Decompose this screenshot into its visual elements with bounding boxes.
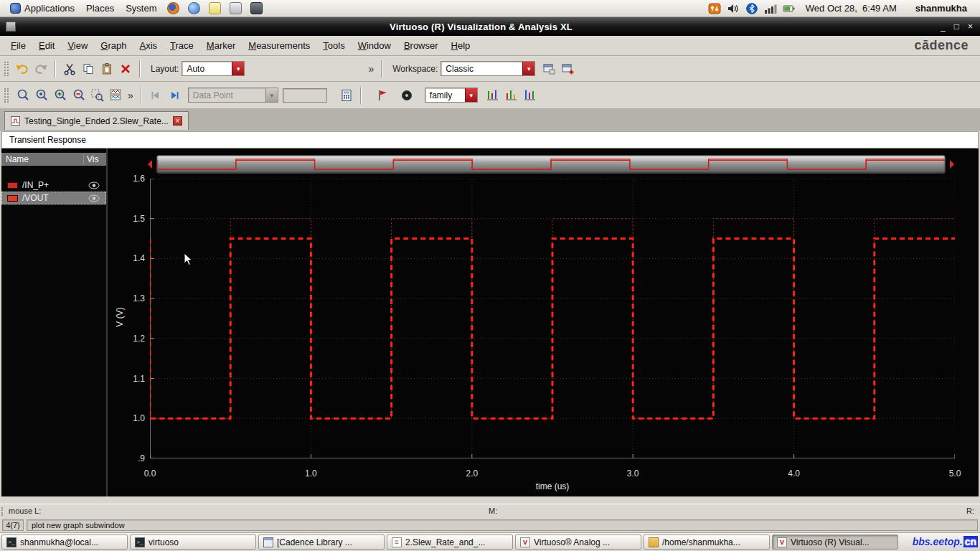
signal-row-in_p[interactable]: /IN_P+ [1, 179, 106, 192]
battery-icon[interactable] [783, 2, 796, 15]
taskbar-item[interactable]: virtuoso [130, 534, 256, 550]
visibility-eye-icon[interactable] [88, 194, 100, 202]
taskbar-item[interactable]: Virtuoso (R) Visual... [772, 534, 898, 550]
taskbar-item[interactable]: shanmukha@local... [1, 534, 128, 550]
strip-mode-button[interactable] [106, 86, 125, 105]
zoom-in-button[interactable] [50, 86, 69, 105]
menu-file[interactable]: File [4, 37, 32, 55]
web-browser-icon[interactable] [188, 2, 200, 14]
next-point-button[interactable] [165, 86, 184, 105]
network-icon[interactable] [708, 2, 721, 15]
taskbar-item[interactable]: /home/shanmukha... [644, 534, 770, 550]
window-titlebar[interactable]: Virtuoso (R) Visualization & Analysis XL… [0, 17, 980, 36]
zoom-box-button[interactable] [88, 86, 106, 105]
plot-area[interactable]: V (V) time (us) 1.61.51.41.31.21.11.0.90… [108, 149, 979, 496]
delete-button[interactable] [116, 60, 135, 78]
tab-transient-response[interactable]: Testing_Single_Ended 2.Slew_Rate... × [4, 111, 189, 130]
datapoint-value-input[interactable] [283, 88, 327, 103]
menu-browser[interactable]: Browser [397, 37, 445, 55]
menu-tools[interactable]: Tools [316, 37, 351, 55]
previous-point-button[interactable] [146, 86, 165, 105]
maximize-button[interactable]: □ [954, 22, 959, 32]
desktop-panel-menus: ApplicationsPlacesSystem [4, 1, 162, 15]
taskbar-item[interactable]: [Cadence Library ... [258, 534, 385, 550]
point-marker-button[interactable] [397, 86, 416, 105]
split-traces-button[interactable] [502, 86, 521, 105]
virtuoso-icon [520, 537, 530, 547]
package-icon[interactable] [230, 2, 242, 14]
dropdown-arrow-icon[interactable]: ▾ [232, 62, 244, 75]
copy-button[interactable] [79, 60, 98, 78]
panel-clock[interactable]: Wed Oct 28, 6:49 AM [801, 3, 901, 14]
overview-scrollbar[interactable] [148, 154, 954, 174]
signal-row-vout[interactable]: /VOUT [1, 192, 106, 204]
overview-strip[interactable] [156, 155, 946, 174]
redo-button[interactable] [32, 60, 50, 78]
zoom-in-icon [53, 88, 67, 102]
virtuoso-icon [777, 537, 787, 547]
overlay-traces-button[interactable] [484, 86, 502, 105]
calculator-button[interactable] [337, 86, 356, 105]
volume-icon[interactable] [727, 2, 740, 15]
save-workspace-button[interactable] [540, 60, 558, 78]
datapoint-combo[interactable]: Data Point ▾ [188, 88, 278, 103]
layout-combo[interactable]: Auto ▾ [182, 61, 245, 76]
taskbar-item[interactable]: 2.Slew_Rate_and_... [387, 534, 513, 550]
signal-strength-icon[interactable] [764, 2, 777, 15]
dropdown-arrow-icon[interactable]: ▾ [522, 62, 534, 75]
waveform-plot[interactable] [150, 179, 955, 458]
toolbar-overflow-chevron[interactable]: » [125, 90, 136, 101]
screenshot-tool-icon[interactable] [250, 2, 263, 14]
notes-icon[interactable] [209, 2, 221, 14]
previous-point-icon [149, 89, 162, 102]
zoom-reset-button[interactable] [13, 86, 32, 105]
tab-close-button[interactable]: × [173, 116, 182, 126]
cut-button[interactable] [60, 60, 79, 78]
menu-view[interactable]: View [61, 37, 94, 55]
taskbar-item-label: Virtuoso® Analog ... [534, 537, 610, 547]
menu-axis[interactable]: Axis [133, 37, 164, 55]
panel-menu-places[interactable]: Places [80, 1, 120, 15]
scroll-left-icon[interactable] [148, 160, 152, 169]
menu-help[interactable]: Help [445, 37, 477, 55]
taskbar-item[interactable]: Virtuoso® Analog ... [515, 534, 641, 550]
bluetooth-icon[interactable] [745, 2, 758, 15]
taskbar-item-label: 2.Slew_Rate_and_... [405, 537, 485, 547]
new-workspace-button[interactable] [558, 60, 577, 78]
zoom-out-button[interactable] [69, 86, 88, 105]
toolbar-separator [139, 60, 141, 77]
scroll-right-icon[interactable] [950, 160, 954, 169]
y-tick-label: .9 [110, 453, 145, 463]
panel-username[interactable]: shanmukha [907, 3, 976, 14]
menu-measurements[interactable]: Measurements [242, 37, 316, 55]
menu-trace[interactable]: Trace [164, 37, 200, 55]
zoom-fit-button[interactable] [32, 86, 50, 105]
panel-menu-system[interactable]: System [120, 1, 162, 15]
undo-button[interactable] [13, 60, 32, 78]
paste-button[interactable] [98, 60, 116, 78]
visibility-eye-icon[interactable] [88, 182, 100, 189]
firefox-icon[interactable] [167, 2, 179, 14]
message-statusbar: 4(7) plot new graph subwindow [0, 518, 980, 532]
toolbar-overflow-chevron[interactable]: » [365, 63, 377, 75]
window-menu-icon[interactable] [6, 22, 16, 32]
applications-menu-icon [10, 3, 21, 14]
statusbar-grip [1, 507, 6, 516]
toolbar-grip[interactable] [4, 88, 9, 103]
menu-graph[interactable]: Graph [94, 37, 133, 55]
workspace-combo[interactable]: Classic ▾ [440, 61, 535, 76]
marker-flag-button[interactable] [373, 86, 392, 105]
taskbar-item-label: [Cadence Library ... [277, 537, 352, 547]
family-combo[interactable]: family ▾ [425, 88, 478, 103]
panel-menu-applications[interactable]: Applications [4, 1, 80, 15]
stack-traces-button[interactable] [521, 86, 540, 105]
mouse-left-binding: mouse L: [9, 507, 41, 515]
menu-marker[interactable]: Marker [200, 37, 242, 55]
dropdown-arrow-icon[interactable]: ▾ [465, 88, 477, 102]
desktop-top-panel: ApplicationsPlacesSystem Wed Oct 28, 6:4… [0, 0, 980, 17]
close-button[interactable]: × [968, 22, 973, 32]
toolbar-grip[interactable] [4, 62, 9, 76]
menu-window[interactable]: Window [352, 37, 397, 55]
minimize-button[interactable]: _ [941, 22, 946, 32]
menu-edit[interactable]: Edit [32, 37, 61, 55]
